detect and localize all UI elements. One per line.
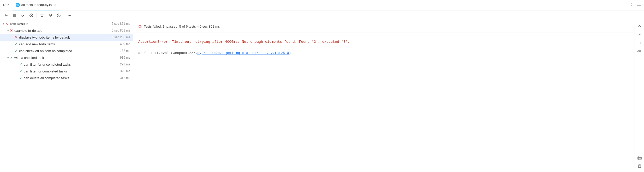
stack-link[interactable]: cypress/e2e/1-getting-started/todo.cy.ts… (197, 51, 289, 55)
scroll-up-button[interactable] (636, 22, 643, 30)
success-icon-suite2: ✓ (10, 56, 13, 60)
svg-rect-0 (13, 14, 16, 17)
error-icon-test1: ✕ (15, 35, 18, 39)
active-tab[interactable]: cy all tests in todo.cy.ts × (13, 0, 59, 10)
suite-main-label: example to-do app (14, 29, 110, 33)
test6-label: can delete all completed tasks (24, 76, 118, 80)
expand-errors-button[interactable] (636, 47, 643, 55)
svg-rect-12 (638, 158, 641, 160)
svg-point-4 (68, 15, 69, 16)
tree-row-test-1[interactable]: ✕ displays two todo items by default 5 s… (0, 34, 133, 41)
test1-label: displays two todo items by default (19, 35, 110, 39)
header-menu-button[interactable]: ⋮ (629, 2, 634, 8)
tree-row-test-5[interactable]: ✓ can filter for completed tasks 325 ms (0, 68, 133, 75)
success-icon-test4: ✓ (19, 62, 22, 66)
error-icon-suite: ✕ (10, 28, 13, 33)
error-summary-header: ⊗ Tests failed: 1, passed: 5 of 6 tests … (133, 20, 635, 33)
collapse-errors-button[interactable] (636, 39, 643, 46)
suite-main-duration: 6 sec 861 ms (110, 29, 130, 32)
test2-label: can add new todo items (19, 42, 118, 46)
tree-row-test-3[interactable]: ✓ can check off an item as completed 182… (0, 47, 133, 54)
header-minimize-button[interactable]: — (637, 3, 641, 7)
main-area: ▾ ✕ Test Results 6 sec 861 ms ▾ ✕ exampl… (0, 20, 644, 172)
svg-line-2 (31, 15, 32, 16)
expand-all-button[interactable] (47, 12, 54, 19)
right-sidebar (635, 20, 644, 172)
chevron-down-icon-suite2: ▾ (7, 56, 9, 59)
test4-label: can filter for uncompleted tasks (24, 63, 118, 66)
delete-button[interactable] (636, 163, 643, 170)
tree-row-test-2[interactable]: ✓ can add new todo items 499 ms (0, 41, 133, 47)
svg-point-6 (70, 15, 71, 16)
suite-checked-label: with a checked task (14, 56, 118, 60)
test-results-panel: ▾ ✕ Test Results 6 sec 861 ms ▾ ✕ exampl… (0, 20, 133, 172)
suite-checked-duration: 915 ms (118, 56, 130, 59)
svg-rect-11 (638, 156, 641, 157)
success-icon-test6: ✓ (19, 76, 22, 80)
error-body: AssertionError: Timed out retrying after… (133, 33, 635, 61)
test2-duration: 499 ms (118, 42, 130, 46)
stack-trace: at Context.eval (webpack:///.cypress/e2e… (138, 51, 629, 55)
error-summary-text: Tests failed: 1, passed: 5 of 6 tests – … (144, 24, 220, 28)
tree-row-suite-main[interactable]: ▾ ✕ example to-do app 6 sec 861 ms (0, 27, 133, 34)
scroll-down-button[interactable] (636, 31, 643, 38)
stack-suffix: ) (289, 51, 291, 55)
toolbar-divider (37, 13, 37, 18)
more-button[interactable] (66, 12, 73, 19)
assertion-error-text: AssertionError: Timed out retrying after… (138, 39, 629, 45)
tree-row-test-6[interactable]: ✓ can delete all completed tasks 312 ms (0, 75, 133, 81)
error-output-panel: ⊗ Tests failed: 1, passed: 5 of 6 tests … (133, 20, 635, 172)
success-icon-test3: ✓ (15, 49, 18, 53)
toolbar (0, 10, 644, 20)
skip-button[interactable] (28, 12, 35, 19)
tab-icon: cy (16, 3, 20, 7)
svg-point-5 (69, 15, 70, 16)
error-header-icon: ⊗ (138, 24, 142, 29)
tree-row-root[interactable]: ▾ ✕ Test Results 6 sec 861 ms (0, 20, 133, 27)
success-icon-test5: ✓ (19, 69, 22, 73)
test4-duration: 278 ms (118, 63, 130, 66)
test5-label: can filter for completed tasks (24, 69, 118, 73)
history-button[interactable] (55, 12, 62, 19)
root-label: Test Results (10, 22, 110, 26)
toolbar-divider-2 (64, 13, 64, 18)
stack-prefix: at Context.eval (webpack:///. (138, 51, 197, 55)
chevron-down-icon: ▾ (3, 22, 4, 26)
collapse-all-button[interactable] (38, 12, 46, 19)
tab-label: all tests in todo.cy.ts (21, 3, 52, 7)
test3-label: can check off an item as completed (19, 49, 118, 53)
run-button[interactable] (3, 12, 10, 19)
chevron-down-icon-suite: ▾ (7, 29, 9, 32)
check-button[interactable] (19, 12, 27, 19)
test6-duration: 312 ms (118, 76, 130, 80)
stop-button[interactable] (11, 12, 18, 19)
root-duration: 6 sec 861 ms (110, 22, 130, 26)
header: Run cy all tests in todo.cy.ts × ⋮ — (0, 0, 644, 10)
tree-row-suite-checked[interactable]: ▾ ✓ with a checked task 915 ms (0, 54, 133, 61)
tree-row-test-4[interactable]: ✓ can filter for uncompleted tasks 278 m… (0, 61, 133, 68)
test3-duration: 182 ms (118, 49, 130, 53)
tab-close-button[interactable]: × (54, 3, 56, 7)
success-icon-test2: ✓ (15, 42, 18, 46)
test-tree: ▾ ✕ Test Results 6 sec 861 ms ▾ ✕ exampl… (0, 20, 133, 81)
error-icon-root: ✕ (5, 22, 8, 26)
print-button[interactable] (636, 154, 643, 162)
test1-duration: 5 sec 265 ms (110, 35, 130, 39)
test5-duration: 325 ms (118, 69, 130, 73)
run-label: Run (3, 3, 9, 7)
